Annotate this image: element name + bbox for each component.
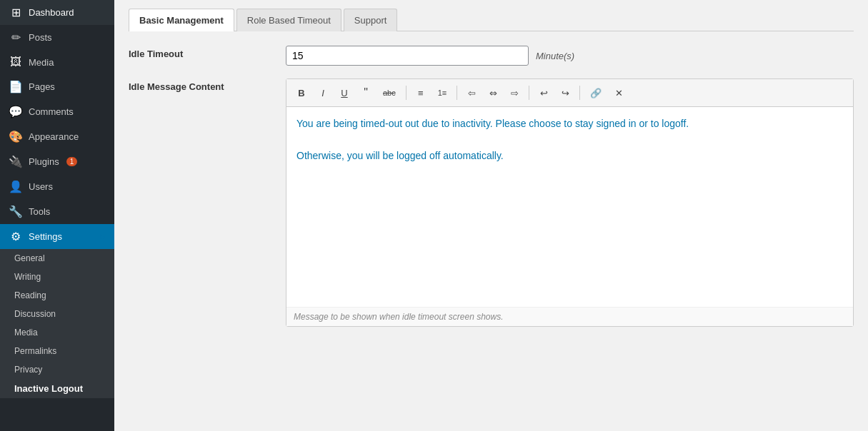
editor-content[interactable]: You are being timed-out out due to inact… <box>286 107 853 307</box>
sidebar-label-media: Media <box>29 57 54 68</box>
sidebar-label-comments: Comments <box>29 106 74 117</box>
strikethrough-button[interactable]: abc <box>378 86 401 100</box>
toolbar-sep-4 <box>579 86 580 100</box>
sidebar-item-pages[interactable]: 📄 Pages <box>0 74 114 99</box>
sidebar-item-tools[interactable]: 🔧 Tools <box>0 199 114 224</box>
ul-button[interactable]: ≡ <box>411 85 430 101</box>
sidebar-label-plugins: Plugins <box>29 156 59 167</box>
link-button[interactable]: 🔗 <box>585 85 607 101</box>
idle-timeout-field: Minute(s) <box>286 46 854 66</box>
sidebar-label-tools: Tools <box>29 206 50 217</box>
sidebar-item-appearance[interactable]: 🎨 Appearance <box>0 124 114 149</box>
toolbar-sep-1 <box>406 86 406 100</box>
idle-timeout-unit: Minute(s) <box>536 51 574 61</box>
sidebar-label-appearance: Appearance <box>29 131 79 142</box>
editor-footer-hint: Message to be shown when idle timeout sc… <box>286 307 853 326</box>
italic-button[interactable]: I <box>314 85 332 101</box>
idle-message-label: Idle Message Content <box>129 78 286 92</box>
idle-timeout-row: Idle Timeout Minute(s) <box>129 46 854 66</box>
align-center-button[interactable]: ⇔ <box>484 85 502 101</box>
align-left-button[interactable]: ⇦ <box>462 85 481 101</box>
submenu-item-writing[interactable]: Writing <box>0 268 114 286</box>
editor-line-1: You are being timed-out out due to inact… <box>296 116 843 131</box>
idle-message-row: Idle Message Content B I U " abc ≡ 1≡ ⇦ … <box>129 78 854 327</box>
users-icon: 👤 <box>9 180 23 193</box>
sidebar-label-posts: Posts <box>29 32 52 43</box>
submenu-item-reading[interactable]: Reading <box>0 286 114 305</box>
plugins-badge: 1 <box>66 157 78 166</box>
submenu-item-permalinks[interactable]: Permalinks <box>0 342 114 360</box>
tab-role[interactable]: Role Based Timeout <box>236 9 341 31</box>
idle-message-field: B I U " abc ≡ 1≡ ⇦ ⇔ ⇨ ↩ ↪ 🔗 <box>286 78 854 327</box>
ol-button[interactable]: 1≡ <box>433 86 452 100</box>
submenu-item-privacy[interactable]: Privacy <box>0 360 114 379</box>
sidebar-item-plugins[interactable]: 🔌 Plugins 1 <box>0 149 114 174</box>
comments-icon: 💬 <box>9 105 23 118</box>
toolbar-sep-3 <box>529 86 529 100</box>
sidebar-item-settings[interactable]: ⚙ Settings ▶ <box>0 224 114 249</box>
undo-button[interactable]: ↩ <box>534 85 553 101</box>
posts-icon: ✏ <box>9 31 23 44</box>
editor-line-2: Otherwise, you will be logged off automa… <box>296 148 843 163</box>
sidebar-item-media[interactable]: 🖼 Media <box>0 50 114 74</box>
sidebar-label-users: Users <box>29 181 53 192</box>
tools-icon: 🔧 <box>9 205 23 218</box>
main-content: Basic ManagementRole Based TimeoutSuppor… <box>114 0 868 431</box>
sidebar-item-dashboard[interactable]: ⊞ Dashboard <box>0 0 114 25</box>
sidebar-label-pages: Pages <box>29 81 55 92</box>
sidebar-label-settings: Settings <box>29 231 62 242</box>
underline-button[interactable]: U <box>335 85 354 101</box>
submenu-item-general[interactable]: General <box>0 249 114 268</box>
bold-button[interactable]: B <box>292 85 311 101</box>
sidebar-item-users[interactable]: 👤 Users <box>0 174 114 199</box>
align-right-button[interactable]: ⇨ <box>505 85 524 101</box>
submenu-item-discussion[interactable]: Discussion <box>0 305 114 323</box>
editor-toolbar: B I U " abc ≡ 1≡ ⇦ ⇔ ⇨ ↩ ↪ 🔗 <box>286 79 853 107</box>
dashboard-icon: ⊞ <box>9 6 23 19</box>
appearance-icon: 🎨 <box>9 130 23 143</box>
fullscreen-button[interactable]: ✕ <box>609 85 628 101</box>
settings-icon: ⚙ <box>9 230 23 243</box>
editor-wrapper: B I U " abc ≡ 1≡ ⇦ ⇔ ⇨ ↩ ↪ 🔗 <box>286 78 854 327</box>
sidebar-item-comments[interactable]: 💬 Comments <box>0 99 114 124</box>
tab-bar: Basic ManagementRole Based TimeoutSuppor… <box>129 9 854 31</box>
submenu-item-inactive-logout[interactable]: Inactive Logout <box>0 379 114 398</box>
redo-button[interactable]: ↪ <box>556 85 574 101</box>
idle-timeout-label: Idle Timeout <box>129 46 286 59</box>
tab-basic[interactable]: Basic Management <box>129 9 234 31</box>
settings-submenu: GeneralWritingReadingDiscussionMediaPerm… <box>0 249 114 398</box>
pages-icon: 📄 <box>9 80 23 93</box>
sidebar: ⊞ Dashboard ✏ Posts 🖼 Media 📄 Pages 💬 Co… <box>0 0 114 431</box>
sidebar-label-dashboard: Dashboard <box>29 7 74 18</box>
blockquote-button[interactable]: " <box>356 83 375 102</box>
tab-support[interactable]: Support <box>344 9 398 31</box>
plugins-icon: 🔌 <box>9 155 23 168</box>
media-icon: 🖼 <box>9 56 23 69</box>
submenu-item-media[interactable]: Media <box>0 323 114 342</box>
idle-timeout-input[interactable] <box>286 46 529 66</box>
toolbar-sep-2 <box>457 86 457 100</box>
settings-arrow: ▶ <box>100 233 106 240</box>
sidebar-item-posts[interactable]: ✏ Posts <box>0 25 114 50</box>
